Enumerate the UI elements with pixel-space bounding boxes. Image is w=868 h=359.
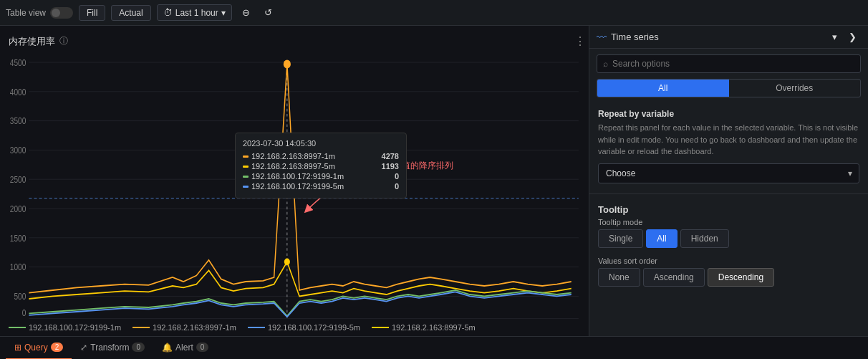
legend-item-3: 192.168.100.172:9199-5m <box>248 323 360 332</box>
legend-line-2 <box>132 327 150 328</box>
legend-line-3 <box>248 327 265 328</box>
chevron-down-icon: ▾ <box>221 8 226 18</box>
tooltip-dot-4 <box>243 186 249 188</box>
tab-query[interactable]: ⊞ Query 2 <box>6 337 72 360</box>
transform-badge: 0 <box>132 343 145 352</box>
sort-label: Values sort order <box>589 254 868 268</box>
options-tab-row: All Overrides <box>597 79 861 97</box>
series-icon: 〰 <box>597 32 607 43</box>
panel-header-actions: ▾ ❯ <box>828 30 861 44</box>
fill-button[interactable]: Fill <box>79 5 105 21</box>
chart-legend: 192.168.100.172:9199-1m 192.168.2.163:89… <box>6 320 586 333</box>
alert-badge: 0 <box>196 343 209 352</box>
sort-none-button[interactable]: None <box>598 268 640 287</box>
right-panel: 〰 Time series ▾ ❯ ⌕ All Overrides Repeat… <box>589 26 868 336</box>
svg-text:4000: 4000 <box>10 87 26 97</box>
search-box[interactable]: ⌕ <box>597 54 861 73</box>
tab-all-button[interactable]: All <box>597 80 729 97</box>
zoom-out-button[interactable]: ⊖ <box>238 6 254 19</box>
bottom-tabs: ⊞ Query 2 ⤢ Transform 0 🔔 Alert 0 <box>0 336 868 359</box>
legend-item-2: 192.168.2.163:8997-1m <box>132 323 236 332</box>
tooltip-time: 2023-07-30 14:05:30 <box>243 139 399 148</box>
info-icon[interactable]: ⓘ <box>59 35 68 47</box>
tooltip-dot-3 <box>243 176 249 178</box>
tooltip-single-button[interactable]: Single <box>598 229 643 248</box>
transform-label: Transform <box>90 343 129 353</box>
sort-descending-button[interactable]: Descending <box>708 268 774 287</box>
query-badge: 2 <box>51 343 64 352</box>
sort-ascending-button[interactable]: Ascending <box>643 268 705 287</box>
query-icon: ⊞ <box>14 343 21 353</box>
tooltip-dot-2 <box>243 166 249 168</box>
svg-text:2500: 2500 <box>10 175 26 184</box>
panel-chevron-down-button[interactable]: ▾ <box>828 30 842 44</box>
panel-chevron-right-button[interactable]: ❯ <box>844 30 861 44</box>
repeat-section: Repeat by variable Repeat this panel for… <box>589 103 868 189</box>
time-range-label: Last 1 hour <box>175 8 218 18</box>
tooltip-row-2: 192.168.2.163:8997-5m 1193 <box>243 162 399 171</box>
chart-header: 内存使用率 ⓘ ⋮ <box>6 32 586 54</box>
right-panel-header: 〰 Time series ▾ ❯ <box>589 26 868 49</box>
tab-alert[interactable]: 🔔 Alert 0 <box>153 337 217 360</box>
actual-button[interactable]: Actual <box>111 5 150 21</box>
search-input[interactable] <box>612 59 854 69</box>
chart-area: 内存使用率 ⓘ ⋮ 4500 4000 3500 3000 2500 2000 … <box>0 26 589 336</box>
time-range-selector[interactable]: ⏱ Last 1 hour ▾ <box>157 4 232 21</box>
svg-point-23 <box>284 259 290 266</box>
chart-tooltip: 2023-07-30 14:05:30 192.168.2.163:8997-1… <box>235 133 407 198</box>
tab-overrides-button[interactable]: Overrides <box>729 80 861 97</box>
svg-point-22 <box>284 59 291 68</box>
query-label: Query <box>24 343 48 353</box>
chart-menu-button[interactable]: ⋮ <box>574 34 586 48</box>
table-view-switch[interactable] <box>50 7 73 19</box>
tooltip-mode-btn-group: Single All Hidden <box>598 229 859 248</box>
svg-text:1500: 1500 <box>10 234 26 243</box>
tooltip-row-4: 192.168.100.172:9199-5m 0 <box>243 182 399 191</box>
svg-text:2000: 2000 <box>10 204 26 214</box>
tooltip-mode-label: Tooltip mode <box>589 218 868 229</box>
svg-text:4500: 4500 <box>10 58 26 67</box>
repeat-title: Repeat by variable <box>598 109 859 119</box>
choose-select[interactable]: Choose <box>598 163 859 183</box>
legend-item-1: 192.168.100.172:9199-1m <box>9 323 121 332</box>
svg-text:500: 500 <box>14 292 26 301</box>
divider-1 <box>589 193 868 194</box>
tooltip-all-button[interactable]: All <box>646 229 677 248</box>
tooltip-row-3: 192.168.100.172:9199-1m 0 <box>243 172 399 181</box>
svg-text:3000: 3000 <box>10 145 26 155</box>
legend-item-4: 192.168.2.163:8997-5m <box>372 323 476 332</box>
chart-title: 内存使用率 <box>9 35 55 48</box>
choose-select-wrapper: Choose <box>598 163 859 183</box>
search-icon: ⌕ <box>603 59 608 69</box>
sort-btn-group: None Ascending Descending <box>598 268 859 287</box>
toolbar: Table view Fill Actual ⏱ Last 1 hour ▾ ⊖… <box>0 0 868 26</box>
table-view-label: Table view <box>6 8 46 18</box>
toolbar-left: Table view Fill Actual ⏱ Last 1 hour ▾ ⊖… <box>6 4 862 21</box>
transform-icon: ⤢ <box>80 343 87 353</box>
main-content: 内存使用率 ⓘ ⋮ 4500 4000 3500 3000 2500 2000 … <box>0 26 868 336</box>
tooltip-hidden-button[interactable]: Hidden <box>680 229 729 248</box>
table-view-toggle[interactable]: Table view <box>6 7 73 19</box>
refresh-button[interactable]: ↺ <box>260 6 276 19</box>
svg-text:1000: 1000 <box>10 263 26 272</box>
panel-title: Time series <box>611 32 659 42</box>
panel-series-title: 〰 Time series <box>597 32 659 43</box>
alert-icon: 🔔 <box>162 343 173 353</box>
tab-transform[interactable]: ⤢ Transform 0 <box>72 337 153 360</box>
tooltip-section-heading: Tooltip <box>589 198 868 218</box>
tooltip-row: 192.168.2.163:8997-1m 4278 <box>243 152 399 161</box>
legend-line-1 <box>9 327 26 328</box>
legend-line-4 <box>372 327 389 328</box>
repeat-desc: Repeat this panel for each value in the … <box>598 122 859 158</box>
chart-container: 4500 4000 3500 3000 2500 2000 1500 1000 … <box>6 54 586 320</box>
alert-label: Alert <box>175 343 193 353</box>
svg-text:0: 0 <box>22 308 26 317</box>
tooltip-dot-1 <box>243 155 249 158</box>
svg-text:3500: 3500 <box>10 117 26 126</box>
